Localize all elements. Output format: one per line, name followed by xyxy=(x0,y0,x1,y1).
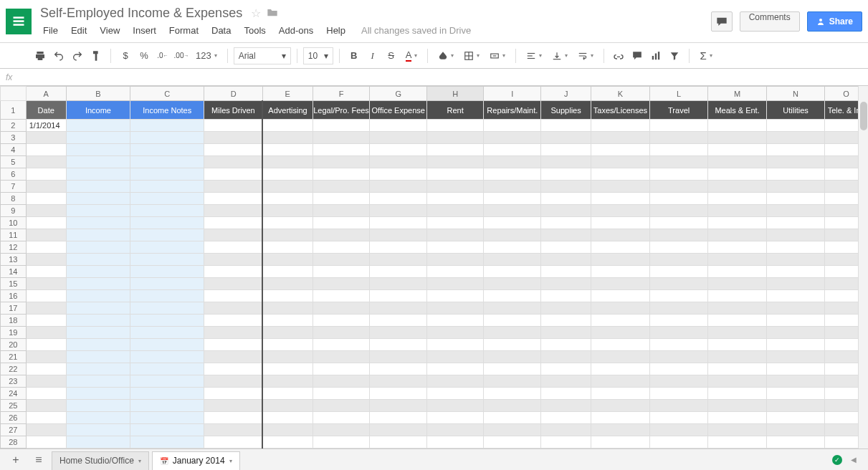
header-cell-F[interactable]: Legal/Pro. Fees xyxy=(313,101,370,120)
cell-L27[interactable] xyxy=(649,424,707,436)
cell-E28[interactable] xyxy=(262,436,313,449)
cell-D6[interactable] xyxy=(204,168,262,181)
cell-B6[interactable] xyxy=(66,168,130,181)
cell-J28[interactable] xyxy=(541,436,591,449)
cell-J11[interactable] xyxy=(541,229,591,241)
cell-N15[interactable] xyxy=(766,278,825,290)
cell-K7[interactable] xyxy=(591,181,649,193)
cell-L15[interactable] xyxy=(649,278,707,290)
text-color-button[interactable]: A▾ xyxy=(401,47,422,64)
cell-I14[interactable] xyxy=(484,266,541,278)
cell-K28[interactable] xyxy=(591,436,649,449)
cell-M14[interactable] xyxy=(708,266,766,278)
cell-C19[interactable] xyxy=(130,327,204,339)
row-header-23[interactable]: 23 xyxy=(1,375,27,388)
cell-H4[interactable] xyxy=(426,144,483,156)
cell-G19[interactable] xyxy=(370,327,427,339)
cell-C8[interactable] xyxy=(130,193,204,205)
cell-B18[interactable] xyxy=(66,315,130,327)
cell-L24[interactable] xyxy=(649,388,707,400)
currency-button[interactable]: $ xyxy=(117,47,134,64)
cell-A10[interactable] xyxy=(26,217,66,229)
row-header-10[interactable]: 10 xyxy=(1,217,27,229)
cell-L10[interactable] xyxy=(649,217,707,229)
cell-G16[interactable] xyxy=(370,290,427,302)
cell-H8[interactable] xyxy=(426,193,483,205)
cell-B3[interactable] xyxy=(66,132,130,144)
column-header-J[interactable]: J xyxy=(541,87,591,101)
cell-F11[interactable] xyxy=(313,229,370,241)
column-header-A[interactable]: A xyxy=(26,87,66,101)
cell-M10[interactable] xyxy=(708,217,766,229)
cell-E26[interactable] xyxy=(262,412,313,424)
cell-H2[interactable] xyxy=(426,120,483,132)
row-header-5[interactable]: 5 xyxy=(1,156,27,168)
cell-M15[interactable] xyxy=(708,278,766,290)
cell-H16[interactable] xyxy=(426,290,483,302)
cell-D27[interactable] xyxy=(204,424,262,436)
cell-I9[interactable] xyxy=(484,205,541,217)
cell-F12[interactable] xyxy=(313,241,370,254)
cell-A16[interactable] xyxy=(26,290,66,302)
cell-C5[interactable] xyxy=(130,156,204,168)
cell-C9[interactable] xyxy=(130,205,204,217)
cell-H5[interactable] xyxy=(426,156,483,168)
cell-L17[interactable] xyxy=(649,302,707,315)
menu-insert[interactable]: Insert xyxy=(127,23,162,38)
cell-K26[interactable] xyxy=(591,412,649,424)
cell-J13[interactable] xyxy=(541,254,591,266)
cell-H23[interactable] xyxy=(426,375,483,388)
bold-button[interactable]: B xyxy=(345,47,363,64)
cell-F16[interactable] xyxy=(313,290,370,302)
cell-M23[interactable] xyxy=(708,375,766,388)
cell-J7[interactable] xyxy=(541,181,591,193)
cell-D25[interactable] xyxy=(204,400,262,412)
cell-J20[interactable] xyxy=(541,339,591,351)
cell-C10[interactable] xyxy=(130,217,204,229)
cell-G26[interactable] xyxy=(370,412,427,424)
cell-N6[interactable] xyxy=(766,168,825,181)
cell-M26[interactable] xyxy=(708,412,766,424)
cell-M21[interactable] xyxy=(708,351,766,363)
cell-B4[interactable] xyxy=(66,144,130,156)
cell-K11[interactable] xyxy=(591,229,649,241)
cell-J12[interactable] xyxy=(541,241,591,254)
cell-F10[interactable] xyxy=(313,217,370,229)
cell-D8[interactable] xyxy=(204,193,262,205)
strikethrough-button[interactable]: S xyxy=(383,47,400,64)
cell-N16[interactable] xyxy=(766,290,825,302)
cell-H17[interactable] xyxy=(426,302,483,315)
cell-B20[interactable] xyxy=(66,339,130,351)
menu-file[interactable]: File xyxy=(37,23,64,38)
cell-I23[interactable] xyxy=(484,375,541,388)
cell-D24[interactable] xyxy=(204,388,262,400)
cell-A4[interactable] xyxy=(26,144,66,156)
cell-F28[interactable] xyxy=(313,436,370,449)
cell-C17[interactable] xyxy=(130,302,204,315)
cell-F19[interactable] xyxy=(313,327,370,339)
menu-addons[interactable]: Add-ons xyxy=(273,23,319,38)
row-header-15[interactable]: 15 xyxy=(1,278,27,290)
header-cell-A[interactable]: Date xyxy=(26,101,66,120)
cell-N8[interactable] xyxy=(766,193,825,205)
cell-L13[interactable] xyxy=(649,254,707,266)
cell-K14[interactable] xyxy=(591,266,649,278)
cell-N20[interactable] xyxy=(766,339,825,351)
decimal-increase-button[interactable]: .00→ xyxy=(173,47,190,64)
column-header-D[interactable]: D xyxy=(204,87,262,101)
cell-F22[interactable] xyxy=(313,363,370,375)
merge-cells-button[interactable]: ▾ xyxy=(485,47,510,64)
cell-B9[interactable] xyxy=(66,205,130,217)
cell-F7[interactable] xyxy=(313,181,370,193)
cell-N9[interactable] xyxy=(766,205,825,217)
cell-I20[interactable] xyxy=(484,339,541,351)
cell-K20[interactable] xyxy=(591,339,649,351)
cell-J18[interactable] xyxy=(541,315,591,327)
sync-status-icon[interactable]: ✓ xyxy=(832,455,842,465)
cell-I7[interactable] xyxy=(484,181,541,193)
cell-N28[interactable] xyxy=(766,436,825,449)
cell-I13[interactable] xyxy=(484,254,541,266)
cell-C21[interactable] xyxy=(130,351,204,363)
cell-G3[interactable] xyxy=(370,132,427,144)
cell-D20[interactable] xyxy=(204,339,262,351)
